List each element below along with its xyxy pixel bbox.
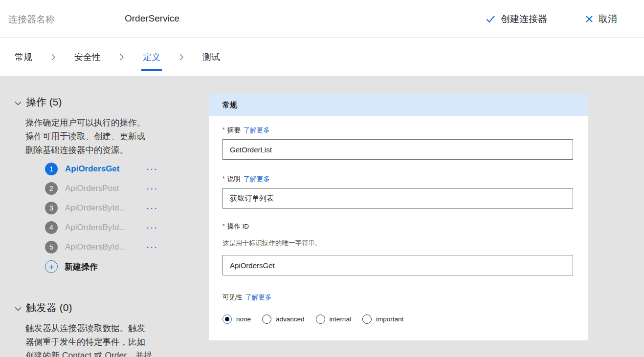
- operation-id-input[interactable]: [222, 255, 573, 275]
- triggers-section-title: 触发器 (0): [26, 301, 72, 315]
- more-options-icon[interactable]: ···: [147, 185, 158, 193]
- top-bar: 连接器名称 OrderService 创建连接器 取消: [0, 0, 644, 38]
- radio-option-label: advanced: [276, 315, 305, 323]
- wizard-steps: 常规安全性定义测试: [0, 38, 644, 76]
- visibility-radio-important[interactable]: important: [362, 315, 403, 324]
- action-item-label: ApiOrdersById...: [65, 203, 139, 213]
- action-item-label: ApiOrdersById...: [65, 223, 139, 232]
- visibility-radio-none[interactable]: none: [222, 315, 251, 324]
- radio-unselected-icon: [316, 315, 325, 324]
- action-item-4[interactable]: 4ApiOrdersById...···: [45, 218, 191, 237]
- summary-field-label: *摘要了解更多: [222, 126, 573, 135]
- summary-input[interactable]: [222, 139, 573, 160]
- visibility-radio-internal[interactable]: internal: [316, 315, 351, 324]
- plus-icon: +: [45, 260, 58, 273]
- more-options-icon[interactable]: ···: [147, 243, 158, 252]
- action-number-badge: 4: [45, 221, 58, 234]
- action-number-badge: 3: [45, 202, 58, 214]
- actions-section-heading[interactable]: 操作 (5): [15, 95, 191, 109]
- triggers-section: 触发器 (0) 触发器从连接器读取数据。触发器侧重于发生的特定事件，比如创建的新…: [15, 301, 191, 357]
- action-item-1[interactable]: 1ApiOrdersGet···: [45, 159, 191, 179]
- radio-unselected-icon: [262, 315, 271, 324]
- radio-option-label: important: [376, 315, 403, 323]
- new-action-button[interactable]: + 新建操作: [45, 257, 191, 276]
- wizard-step-security[interactable]: 安全性: [74, 51, 101, 63]
- wizard-step-test[interactable]: 测试: [202, 51, 220, 63]
- radio-option-label: none: [236, 315, 251, 323]
- chevron-down-icon: [15, 302, 22, 314]
- required-marker: *: [222, 126, 225, 133]
- general-panel: 常规 *摘要了解更多 *说明了解更多 *操作 ID 这是用于标识操作的唯一字符串…: [209, 94, 588, 340]
- checkmark-icon: [486, 15, 495, 23]
- close-icon: [585, 15, 593, 23]
- triggers-section-description: 触发器从连接器读取数据。触发器侧重于发生的特定事件，比如创建的新 Contact…: [25, 321, 153, 357]
- wizard-nav: 常规安全性定义测试: [0, 38, 644, 76]
- actions-section-description: 操作确定用户可以执行的操作。操作可用于读取、创建、更新或删除基础连接器中的资源。: [25, 116, 153, 157]
- action-item-3[interactable]: 3ApiOrdersById...···: [45, 198, 191, 218]
- actions-list: 1ApiOrdersGet···2ApiOrdersPost···3ApiOrd…: [45, 159, 191, 257]
- action-number-badge: 2: [45, 182, 58, 195]
- create-connector-button[interactable]: 创建连接器: [486, 13, 547, 25]
- panel-body: *摘要了解更多 *说明了解更多 *操作 ID 这是用于标识操作的唯一字符串。 可…: [209, 116, 588, 324]
- wizard-step-general[interactable]: 常规: [15, 51, 32, 63]
- required-marker: *: [222, 223, 225, 230]
- required-marker: *: [222, 175, 225, 182]
- cancel-label: 取消: [599, 13, 617, 25]
- more-options-icon[interactable]: ···: [147, 165, 158, 173]
- summary-learn-more-link[interactable]: 了解更多: [244, 126, 270, 134]
- action-item-label: ApiOrdersById...: [65, 242, 139, 252]
- visibility-radio-group: noneadvancedinternalimportant: [222, 315, 573, 324]
- actions-section-title: 操作 (5): [26, 95, 62, 109]
- action-item-label: ApiOrdersGet: [65, 164, 139, 174]
- triggers-section-heading[interactable]: 触发器 (0): [15, 301, 191, 315]
- radio-option-label: internal: [330, 315, 351, 323]
- action-number-badge: 1: [45, 163, 58, 175]
- connector-name-value: OrderService: [125, 13, 179, 24]
- sidebar: 操作 (5) 操作确定用户可以执行的操作。操作可用于读取、创建、更新或删除基础连…: [15, 95, 191, 357]
- chevron-right-icon: [51, 53, 56, 61]
- chevron-down-icon: [15, 96, 22, 108]
- radio-dot: [225, 317, 229, 321]
- connector-name-label: 连接器名称: [8, 13, 55, 26]
- description-input[interactable]: [222, 188, 573, 209]
- visibility-radio-advanced[interactable]: advanced: [262, 315, 305, 324]
- description-field-label: *说明了解更多: [222, 175, 573, 184]
- action-item-2[interactable]: 2ApiOrdersPost···: [45, 179, 191, 198]
- chevron-right-icon: [179, 53, 184, 61]
- description-learn-more-link[interactable]: 了解更多: [244, 175, 270, 183]
- create-connector-label: 创建连接器: [501, 13, 547, 25]
- operation-id-label-text: 操作 ID: [227, 223, 249, 230]
- operation-id-field-label: *操作 ID: [222, 222, 573, 231]
- panel-title: 常规: [222, 101, 237, 110]
- wizard-step-definition[interactable]: 定义: [143, 51, 160, 63]
- summary-label-text: 摘要: [227, 126, 241, 134]
- description-label-text: 说明: [227, 175, 241, 183]
- panel-header: 常规: [209, 94, 588, 116]
- visibility-learn-more-link[interactable]: 了解更多: [245, 294, 272, 301]
- action-number-badge: 5: [45, 241, 58, 253]
- content-area: 操作 (5) 操作确定用户可以执行的操作。操作可用于读取、创建、更新或删除基础连…: [0, 76, 644, 357]
- chevron-right-icon: [119, 53, 124, 61]
- action-item-5[interactable]: 5ApiOrdersById...···: [45, 237, 191, 257]
- top-bar-actions: 创建连接器 取消: [486, 0, 617, 38]
- radio-unselected-icon: [362, 315, 372, 324]
- more-options-icon[interactable]: ···: [147, 224, 158, 232]
- visibility-label-text: 可见性: [222, 294, 243, 301]
- cancel-button[interactable]: 取消: [585, 13, 617, 25]
- action-item-label: ApiOrdersPost: [65, 184, 139, 193]
- more-options-icon[interactable]: ···: [147, 204, 158, 212]
- operation-id-helper-text: 这是用于标识操作的唯一字符串。: [222, 239, 573, 248]
- visibility-field-label: 可见性了解更多: [222, 293, 573, 302]
- radio-selected-icon: [222, 315, 232, 324]
- new-action-label: 新建操作: [65, 261, 98, 273]
